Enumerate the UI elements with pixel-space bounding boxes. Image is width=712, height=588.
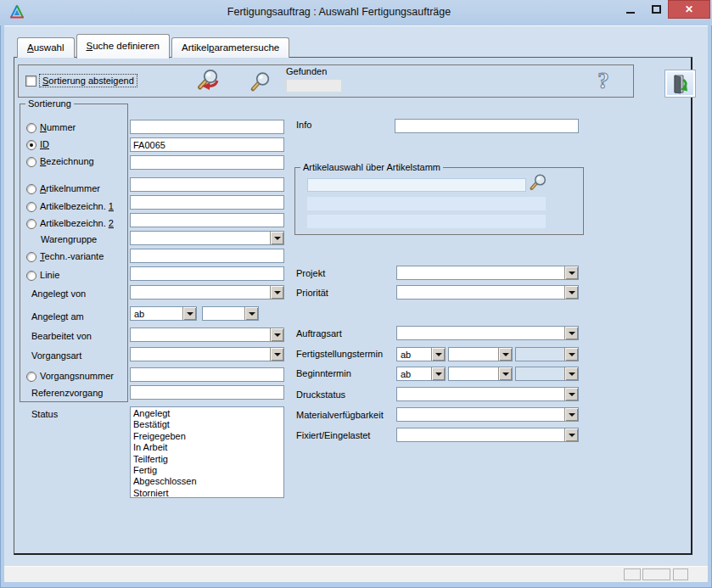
vorgangsart-combo[interactable] [130,347,284,361]
bezeichnung-field[interactable] [130,155,284,170]
close-button[interactable]: ✕ [668,0,710,19]
druckstatus-combo[interactable] [396,387,579,401]
title-bar[interactable]: Fertigungsauftrag : Auswahl Fertigungsau… [0,0,712,25]
list-item[interactable]: Bestätigt [133,419,281,430]
tab-strip: Auswahl Suche definieren Artikelparamete… [17,33,291,58]
list-item[interactable]: Freigegeben [133,431,281,442]
angelegt-von-combo[interactable] [130,285,284,300]
radio-artikelbezeichn-2-label[interactable]: Artikelbezeichn. 2 [40,218,114,228]
materialverfuegbarkeit-combo[interactable] [396,407,579,422]
minimize-button[interactable] [616,0,644,19]
chevron-down-icon[interactable] [431,348,445,361]
auftragsart-combo[interactable] [396,326,579,340]
chevron-down-icon[interactable] [244,307,258,320]
vorgangsnummer-field[interactable] [130,367,284,382]
artikelnummer-field[interactable] [130,177,284,192]
artikel-search-field[interactable] [307,178,526,192]
materialverfuegbarkeit-label: Materialverfügbarkeit [296,410,384,420]
chevron-down-icon[interactable] [270,286,283,299]
exit-button[interactable] [664,70,696,98]
window-title: Fertigungsauftrag : Auswahl Fertigungsau… [102,6,576,18]
maximize-button[interactable] [644,0,668,19]
beginntermin-bis-combo [515,367,579,381]
chevron-down-icon[interactable] [498,367,512,380]
radio-artikelbezeichn-2[interactable] [26,219,36,229]
list-item[interactable]: Fertig [133,465,281,476]
chevron-down-icon[interactable] [564,388,578,400]
beginntermin-datum-combo[interactable] [448,367,513,381]
id-field[interactable] [130,137,284,152]
radio-nummer-label[interactable]: Nummer [40,122,76,132]
maximize-icon [652,5,661,14]
referenzvorgang-field[interactable] [130,385,284,400]
vorgangsart-label: Vorgangsart [31,350,81,361]
chevron-down-icon[interactable] [498,348,512,361]
list-item[interactable]: Angelegt [133,408,281,419]
referenzvorgang-label: Referenzvorgang [31,388,103,398]
beginntermin-ab-combo[interactable]: ab [396,367,446,381]
sort-descending-checkbox[interactable] [25,76,36,87]
sort-descending-label[interactable]: Sortierung absteigend [39,74,137,87]
radio-artikelbezeichn-1[interactable] [26,202,36,212]
info-label: Info [296,120,311,130]
projekt-combo[interactable] [396,266,579,280]
help-icon[interactable]: ? [591,67,615,96]
chevron-down-icon[interactable] [564,408,578,421]
techn-variante-field[interactable] [130,249,284,263]
radio-artikelbezeichn-1-label[interactable]: Artikelbezeichn. 1 [40,201,114,211]
status-listbox[interactable]: Angelegt Bestätigt Freigegeben In Arbeit… [130,406,284,498]
radio-id-label[interactable]: ID [40,139,49,149]
list-item[interactable]: Teilfertig [133,454,281,465]
tab-artikelparametersuche[interactable]: Artikelparametersuche [171,37,289,58]
tab-suche-definieren[interactable]: Suche definieren [76,34,170,59]
chevron-down-icon [564,348,578,361]
chevron-down-icon[interactable] [270,328,283,341]
radio-linie[interactable] [26,271,36,281]
auftragsart-label: Auftragsart [296,328,342,339]
execute-search-icon[interactable] [196,68,223,95]
angelegt-am-ab-combo[interactable]: ab [130,306,197,321]
nummer-field[interactable] [130,120,284,134]
fertigstellungstermin-bis-combo [515,347,579,361]
linie-field[interactable] [130,266,284,281]
chevron-down-icon[interactable] [270,348,283,361]
radio-vorgangsnummer[interactable] [26,372,36,382]
chevron-down-icon[interactable] [270,232,283,244]
fixiert-eingelastet-combo[interactable] [396,428,579,442]
status-bar-pane [642,568,670,580]
warengruppe-combo[interactable] [130,231,284,245]
chevron-down-icon[interactable] [564,286,578,299]
prioritaet-combo[interactable] [396,285,579,300]
status-bar-pane [673,568,688,580]
radio-bezeichnung-label[interactable]: Bezeichnung [40,156,94,166]
list-item[interactable]: Storniert [133,488,281,498]
artikelbezeichn-1-field[interactable] [130,195,284,210]
chevron-down-icon[interactable] [564,327,578,339]
artikel-search-icon[interactable] [529,173,548,193]
bearbeitet-von-combo[interactable] [130,328,284,342]
chevron-down-icon[interactable] [431,367,445,380]
radio-nummer[interactable] [26,123,36,133]
list-item[interactable]: In Arbeit [133,442,281,453]
radio-bezeichnung[interactable] [26,157,36,167]
info-field[interactable] [395,119,579,133]
radio-techn-variante-label[interactable]: Techn.-variante [40,251,104,261]
fertigstellungstermin-ab-combo[interactable]: ab [396,347,446,361]
radio-id[interactable] [26,140,36,150]
search-icon[interactable] [249,71,272,94]
radio-vorgangsnummer-label[interactable]: Vorgangsnummer [40,371,114,381]
fertigstellungstermin-datum-combo[interactable] [448,347,513,361]
radio-techn-variante[interactable] [26,252,36,262]
chevron-down-icon[interactable] [182,307,196,320]
chevron-down-icon[interactable] [564,266,578,279]
radio-linie-label[interactable]: Linie [40,270,59,280]
svg-text:?: ? [597,68,609,93]
tab-auswahl[interactable]: Auswahl [17,37,75,58]
radio-artikelnummer[interactable] [26,184,36,194]
list-item[interactable]: Abgeschlossen [133,476,281,487]
angelegt-am-label: Angelegt am [31,311,84,322]
chevron-down-icon[interactable] [564,428,578,441]
angelegt-am-datum-combo[interactable] [202,306,259,321]
artikelbezeichn-2-field[interactable] [130,213,284,227]
radio-artikelnummer-label[interactable]: Artikelnummer [40,183,100,193]
